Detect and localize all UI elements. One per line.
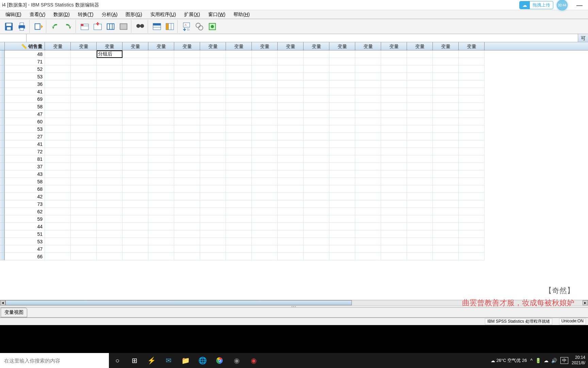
data-cell[interactable] xyxy=(304,95,329,103)
data-cell[interactable] xyxy=(252,230,278,238)
data-cell[interactable] xyxy=(329,170,355,178)
data-cell[interactable] xyxy=(304,208,329,215)
data-cell[interactable] xyxy=(174,133,200,140)
data-cell[interactable] xyxy=(45,58,71,65)
data-cell[interactable] xyxy=(200,170,226,178)
data-cell[interactable] xyxy=(329,245,355,253)
data-cell[interactable] xyxy=(433,110,459,118)
data-cell[interactable] xyxy=(45,230,71,238)
data-cell[interactable] xyxy=(433,163,459,170)
data-cell[interactable] xyxy=(148,73,174,80)
data-cell[interactable]: 53 xyxy=(5,238,45,245)
data-cell[interactable] xyxy=(148,88,174,95)
data-cell[interactable] xyxy=(45,148,71,155)
data-cell[interactable] xyxy=(200,110,226,118)
data-cell[interactable] xyxy=(45,88,71,95)
column-header-var[interactable]: 变量 xyxy=(174,42,200,50)
column-header-var[interactable]: 变量 xyxy=(252,42,278,50)
data-cell[interactable] xyxy=(252,50,278,58)
data-cell[interactable] xyxy=(174,238,200,245)
data-cell[interactable] xyxy=(278,230,304,238)
menu-item[interactable]: 查看(V) xyxy=(26,11,50,18)
data-cell[interactable] xyxy=(278,245,304,253)
data-cell[interactable] xyxy=(433,200,459,208)
row-header[interactable] xyxy=(0,88,5,95)
data-cell[interactable] xyxy=(433,133,459,140)
data-cell[interactable] xyxy=(355,230,381,238)
horizontal-scrollbar[interactable]: ◄ ► xyxy=(0,300,588,305)
menu-item[interactable]: 帮助(H) xyxy=(229,11,254,18)
tray-chevron-icon[interactable]: ^ xyxy=(530,358,533,363)
data-cell[interactable] xyxy=(97,253,122,260)
data-cell[interactable]: 27 xyxy=(5,133,45,140)
data-cell[interactable] xyxy=(45,223,71,230)
data-cell[interactable] xyxy=(226,65,252,73)
data-cell[interactable] xyxy=(45,118,71,125)
data-cell[interactable] xyxy=(304,253,329,260)
data-cell[interactable] xyxy=(355,245,381,253)
data-cell[interactable] xyxy=(459,185,485,193)
data-cell[interactable] xyxy=(200,58,226,65)
data-cell[interactable] xyxy=(148,65,174,73)
data-cell[interactable] xyxy=(200,155,226,163)
data-cell[interactable] xyxy=(122,163,148,170)
scroll-left-arrow[interactable]: ◄ xyxy=(0,300,5,305)
data-cell[interactable] xyxy=(355,238,381,245)
taskbar-search[interactable] xyxy=(0,353,109,368)
data-cell[interactable] xyxy=(329,148,355,155)
data-cell[interactable] xyxy=(459,208,485,215)
data-cell[interactable] xyxy=(174,215,200,223)
data-cell[interactable] xyxy=(407,223,433,230)
data-cell[interactable] xyxy=(174,73,200,80)
data-cell[interactable] xyxy=(252,253,278,260)
data-cell[interactable] xyxy=(45,50,71,58)
data-cell[interactable] xyxy=(459,215,485,223)
data-cell[interactable] xyxy=(148,58,174,65)
data-cell[interactable] xyxy=(200,208,226,215)
data-cell[interactable] xyxy=(200,125,226,133)
data-cell[interactable] xyxy=(200,133,226,140)
data-cell[interactable] xyxy=(355,133,381,140)
data-cell[interactable] xyxy=(252,155,278,163)
data-cell[interactable] xyxy=(459,170,485,178)
data-cell[interactable]: 44 xyxy=(5,223,45,230)
data-cell[interactable] xyxy=(226,185,252,193)
data-cell[interactable] xyxy=(174,253,200,260)
data-cell[interactable]: 41 xyxy=(5,88,45,95)
data-cell[interactable] xyxy=(200,73,226,80)
data-cell[interactable] xyxy=(433,170,459,178)
data-cell[interactable] xyxy=(407,170,433,178)
data-cell[interactable] xyxy=(355,88,381,95)
row-header[interactable] xyxy=(0,245,5,253)
cortana-icon[interactable]: ○ xyxy=(109,353,126,368)
data-cell[interactable]: 81 xyxy=(5,155,45,163)
row-header[interactable] xyxy=(0,185,5,193)
data-cell[interactable] xyxy=(252,200,278,208)
data-cell[interactable] xyxy=(407,245,433,253)
data-cell[interactable] xyxy=(355,118,381,125)
data-cell[interactable] xyxy=(252,208,278,215)
data-cell[interactable] xyxy=(122,238,148,245)
data-cell[interactable] xyxy=(174,163,200,170)
data-cell[interactable] xyxy=(433,185,459,193)
data-cell[interactable] xyxy=(355,110,381,118)
data-cell[interactable] xyxy=(252,88,278,95)
data-cell[interactable] xyxy=(97,208,122,215)
data-cell[interactable] xyxy=(148,170,174,178)
data-cell[interactable] xyxy=(226,125,252,133)
data-cell[interactable] xyxy=(355,178,381,185)
data-cell[interactable] xyxy=(148,163,174,170)
scroll-track[interactable] xyxy=(5,300,583,305)
row-header[interactable] xyxy=(0,178,5,185)
data-cell[interactable] xyxy=(381,178,407,185)
data-cell[interactable] xyxy=(45,208,71,215)
data-cell[interactable] xyxy=(148,95,174,103)
data-cell[interactable] xyxy=(174,245,200,253)
column-header-var[interactable]: 变量 xyxy=(148,42,174,50)
data-cell[interactable] xyxy=(433,223,459,230)
data-cell[interactable] xyxy=(278,208,304,215)
data-cell[interactable] xyxy=(122,95,148,103)
data-cell[interactable]: 43 xyxy=(5,170,45,178)
data-cell[interactable] xyxy=(71,163,97,170)
data-cell[interactable] xyxy=(433,103,459,110)
